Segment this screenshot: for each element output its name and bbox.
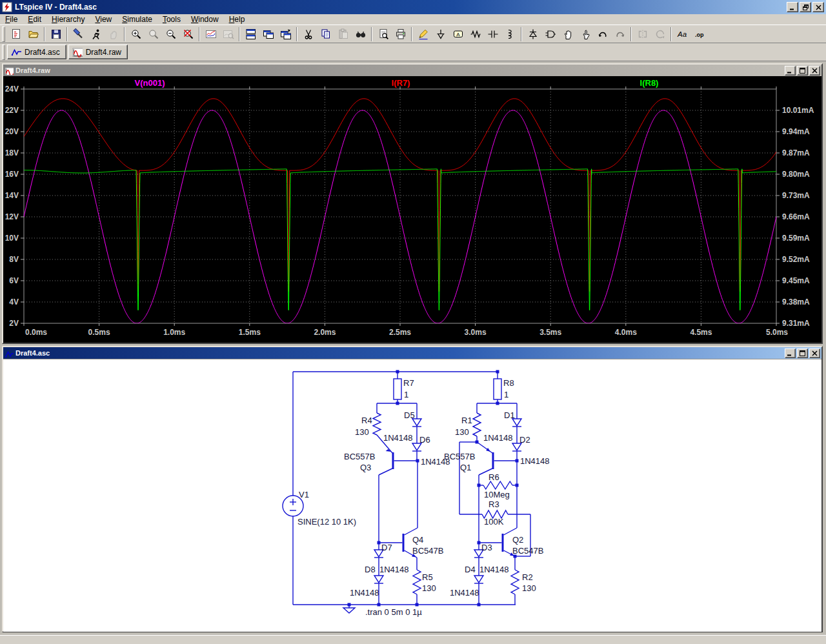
svg-text:V1: V1 xyxy=(299,490,309,499)
menu-tools[interactable]: Tools xyxy=(157,14,186,25)
new-schematic-icon[interactable] xyxy=(7,26,25,43)
ltspice-main-window: LTspice IV - Draft4.asc FileEditHierarch… xyxy=(0,0,826,644)
schematic-window-title: Draft4.asc xyxy=(15,349,50,357)
svg-text:1N4148: 1N4148 xyxy=(479,565,509,574)
control-panel-hammer-icon[interactable] xyxy=(70,26,87,43)
find-icon[interactable] xyxy=(352,26,369,43)
print-icon[interactable] xyxy=(392,26,409,43)
run-icon[interactable] xyxy=(87,26,105,43)
menu-help[interactable]: Help xyxy=(224,14,250,25)
mdi-area: Draft4.raw 24V22V20V18V16V14V12V10V8V6V4… xyxy=(0,61,826,635)
svg-text:2.0ms: 2.0ms xyxy=(314,328,336,337)
schematic-drawing[interactable]: R71R81R4130R1130D51N4148D61N4148D11N4148… xyxy=(3,359,821,632)
svg-text:9.73mA: 9.73mA xyxy=(782,191,810,200)
toolbar-separator xyxy=(371,27,372,41)
pan-plot-icon xyxy=(219,26,237,43)
svg-text:BC547B: BC547B xyxy=(512,546,543,556)
tabbar-grip[interactable] xyxy=(2,45,5,60)
schematic-window: Draft4.asc R71R81R4130R1130D51N4148D61N4… xyxy=(2,346,823,632)
svg-text:9.45mA: 9.45mA xyxy=(782,276,810,285)
capacitor-icon[interactable] xyxy=(484,26,501,43)
minimize-button[interactable] xyxy=(787,2,798,12)
rotate-icon xyxy=(651,26,669,43)
diode-icon[interactable] xyxy=(524,26,541,43)
open-folder-icon[interactable] xyxy=(25,26,42,43)
svg-text:9.66mA: 9.66mA xyxy=(782,212,810,221)
svg-text:D1: D1 xyxy=(504,410,515,420)
svg-text:0.5ms: 0.5ms xyxy=(88,328,110,337)
cascade-windows-icon[interactable] xyxy=(259,26,277,43)
svg-text:R1: R1 xyxy=(461,416,472,425)
svg-text:R3: R3 xyxy=(489,499,499,509)
svg-text:1.0ms: 1.0ms xyxy=(163,328,185,337)
save-icon[interactable] xyxy=(47,26,65,43)
tabbar: Draft4.ascDraft4.raw xyxy=(0,43,826,61)
svg-text:V(n001): V(n001) xyxy=(135,78,165,88)
resistor-icon[interactable] xyxy=(467,26,484,43)
wire-pencil-icon[interactable] xyxy=(414,26,432,43)
menu-view[interactable]: View xyxy=(90,14,117,25)
svg-text:5.0ms: 5.0ms xyxy=(766,328,788,337)
close-button[interactable] xyxy=(809,348,820,358)
svg-text:3.5ms: 3.5ms xyxy=(539,328,561,337)
svg-text:BC557B: BC557B xyxy=(444,452,475,461)
cut-icon[interactable] xyxy=(299,26,317,43)
svg-text:1N4148: 1N4148 xyxy=(450,588,479,598)
svg-text:9.94mA: 9.94mA xyxy=(782,127,810,136)
main-titlebar[interactable]: LTspice IV - Draft4.asc xyxy=(0,0,826,14)
statusbar xyxy=(0,635,826,644)
mirror-icon xyxy=(634,26,651,43)
svg-text:6V: 6V xyxy=(9,276,19,285)
waveform-plot[interactable]: 24V22V20V18V16V14V12V10V8V6V4V2V10.01mA9… xyxy=(3,76,821,343)
svg-text:1.5ms: 1.5ms xyxy=(239,328,261,337)
print-preview-icon[interactable] xyxy=(374,26,392,43)
waveform-chart[interactable]: 24V22V20V18V16V14V12V10V8V6V4V2V10.01mA9… xyxy=(3,76,821,343)
menu-simulate[interactable]: Simulate xyxy=(117,14,157,25)
schematic-window-titlebar[interactable]: Draft4.asc xyxy=(3,347,821,359)
menu-edit[interactable]: Edit xyxy=(23,14,46,25)
close-button[interactable] xyxy=(812,2,824,12)
tab-draft4.raw[interactable]: Draft4.raw xyxy=(68,45,128,59)
svg-text:1: 1 xyxy=(504,390,509,399)
svg-text:I(R8): I(R8) xyxy=(640,78,659,88)
minimize-button[interactable] xyxy=(785,66,796,75)
close-button[interactable] xyxy=(809,66,820,75)
svg-text:R8: R8 xyxy=(503,378,514,388)
svg-text:D7: D7 xyxy=(381,543,392,552)
toolbar-grip[interactable] xyxy=(2,26,5,42)
toolbar: AAa.op xyxy=(0,25,826,43)
menu-file[interactable]: File xyxy=(0,14,23,25)
halt-hand-icon xyxy=(105,26,122,43)
menu-window[interactable]: Window xyxy=(186,14,224,25)
tab-draft4.asc[interactable]: Draft4.asc xyxy=(7,45,66,59)
inductor-icon[interactable] xyxy=(501,26,519,43)
menu-hierarchy[interactable]: Hierarchy xyxy=(46,14,90,25)
maximize-button[interactable] xyxy=(797,348,808,358)
svg-text:1N4148: 1N4148 xyxy=(379,565,409,574)
tab-label: Draft4.raw xyxy=(86,48,121,57)
maximize-button[interactable] xyxy=(797,66,808,75)
zoom-full-icon[interactable] xyxy=(179,26,197,43)
svg-text:3.0ms: 3.0ms xyxy=(465,328,487,337)
text-icon[interactable]: Aa xyxy=(674,26,691,43)
svg-text:22V: 22V xyxy=(5,106,19,115)
undo-icon[interactable] xyxy=(594,26,611,43)
zoom-in-icon[interactable] xyxy=(127,26,145,43)
zoom-out-icon[interactable] xyxy=(162,26,179,43)
cascade-arrow-icon[interactable] xyxy=(277,26,294,43)
minimize-button[interactable] xyxy=(785,348,796,358)
tile-horizontal-icon[interactable] xyxy=(242,26,259,43)
schematic-canvas[interactable]: R71R81R4130R1130D51N4148D61N4148D11N4148… xyxy=(3,359,821,632)
waveform-window-titlebar[interactable]: Draft4.raw xyxy=(3,65,821,76)
restore-button[interactable] xyxy=(800,2,811,12)
copy-icon[interactable] xyxy=(317,26,334,43)
autorange-waveform-icon[interactable] xyxy=(202,26,219,43)
ground-icon[interactable] xyxy=(432,26,449,43)
component-gate-icon[interactable] xyxy=(541,26,559,43)
net-label-icon[interactable]: A xyxy=(449,26,467,43)
drag-hand-icon[interactable] xyxy=(576,26,594,43)
svg-text:9.87mA: 9.87mA xyxy=(782,148,810,157)
toolbar-separator xyxy=(670,27,672,41)
move-hand-icon[interactable] xyxy=(559,26,576,43)
spice-directive-icon[interactable]: .op xyxy=(691,26,709,43)
